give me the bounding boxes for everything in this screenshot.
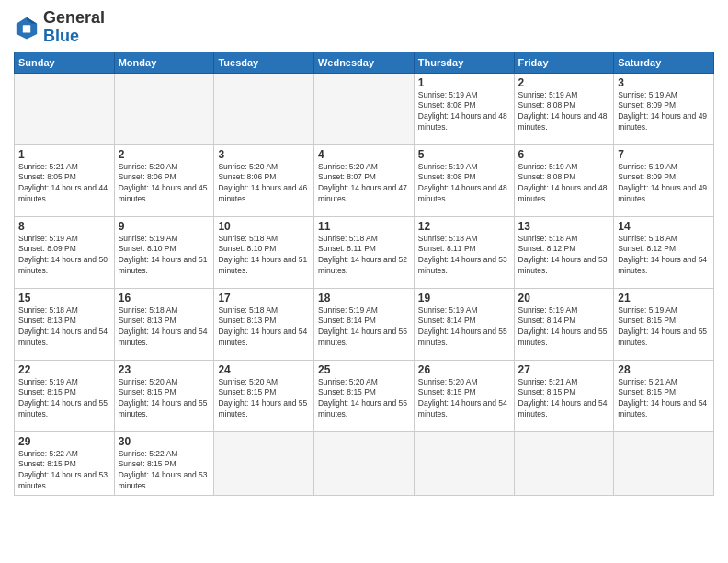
calendar-cell: 11Sunrise: 5:18 AMSunset: 8:11 PMDayligh… [314, 216, 415, 288]
day-info: Sunrise: 5:21 AMSunset: 8:15 PMDaylight:… [618, 377, 710, 421]
day-info: Sunrise: 5:19 AMSunset: 8:08 PMDaylight:… [418, 162, 510, 206]
day-info: Sunrise: 5:20 AMSunset: 8:15 PMDaylight:… [418, 377, 510, 421]
calendar-cell: 25Sunrise: 5:20 AMSunset: 8:15 PMDayligh… [314, 360, 415, 431]
day-header-friday: Friday [514, 52, 614, 73]
day-info: Sunrise: 5:20 AMSunset: 8:07 PMDaylight:… [318, 162, 410, 206]
day-header-tuesday: Tuesday [214, 52, 314, 73]
calendar-cell: 29Sunrise: 5:22 AMSunset: 8:15 PMDayligh… [15, 431, 115, 496]
calendar-cell: 24Sunrise: 5:20 AMSunset: 8:15 PMDayligh… [214, 360, 314, 431]
day-info: Sunrise: 5:20 AMSunset: 8:15 PMDaylight:… [218, 377, 310, 421]
day-number: 23 [119, 363, 210, 376]
logo-text: General Blue [43, 9, 105, 46]
day-info: Sunrise: 5:20 AMSunset: 8:15 PMDaylight:… [119, 377, 210, 421]
calendar-cell [114, 73, 214, 144]
day-info: Sunrise: 5:19 AMSunset: 8:14 PMDaylight:… [518, 305, 610, 350]
day-info: Sunrise: 5:21 AMSunset: 8:05 PMDaylight:… [18, 162, 110, 206]
week-row-5: 29Sunrise: 5:22 AMSunset: 8:15 PMDayligh… [15, 431, 714, 496]
calendar-cell: 19Sunrise: 5:19 AMSunset: 8:14 PMDayligh… [414, 288, 514, 360]
header: General Blue [14, 9, 714, 46]
calendar-cell: 27Sunrise: 5:21 AMSunset: 8:15 PMDayligh… [514, 360, 614, 431]
day-info: Sunrise: 5:22 AMSunset: 8:15 PMDaylight:… [119, 449, 210, 493]
day-info: Sunrise: 5:18 AMSunset: 8:10 PMDaylight:… [218, 234, 310, 278]
days-header-row: SundayMondayTuesdayWednesdayThursdayFrid… [15, 52, 714, 73]
week-row-2: 8Sunrise: 5:19 AMSunset: 8:09 PMDaylight… [15, 216, 714, 288]
page: General Blue SundayMondayTuesdayWednesda… [0, 0, 728, 563]
calendar-cell: 2Sunrise: 5:19 AMSunset: 8:08 PMDaylight… [514, 73, 614, 144]
calendar-cell: 17Sunrise: 5:18 AMSunset: 8:13 PMDayligh… [214, 288, 314, 360]
calendar-cell: 15Sunrise: 5:18 AMSunset: 8:13 PMDayligh… [15, 288, 115, 360]
calendar-cell [414, 431, 514, 496]
day-info: Sunrise: 5:19 AMSunset: 8:10 PMDaylight:… [119, 234, 210, 278]
day-info: Sunrise: 5:20 AMSunset: 8:06 PMDaylight:… [218, 162, 310, 206]
calendar-cell: 7Sunrise: 5:19 AMSunset: 8:09 PMDaylight… [614, 144, 714, 216]
day-number: 18 [318, 292, 410, 304]
day-number: 10 [218, 220, 310, 233]
day-number: 5 [418, 148, 510, 161]
day-number: 15 [18, 292, 110, 304]
svg-rect-2 [23, 25, 30, 32]
day-info: Sunrise: 5:18 AMSunset: 8:13 PMDaylight:… [119, 305, 210, 350]
calendar-cell: 8Sunrise: 5:19 AMSunset: 8:09 PMDaylight… [15, 216, 115, 288]
calendar-cell [314, 73, 415, 144]
day-info: Sunrise: 5:20 AMSunset: 8:06 PMDaylight:… [119, 162, 210, 206]
day-number: 21 [618, 292, 710, 304]
calendar-cell: 10Sunrise: 5:18 AMSunset: 8:10 PMDayligh… [214, 216, 314, 288]
day-info: Sunrise: 5:22 AMSunset: 8:15 PMDaylight:… [18, 449, 110, 493]
calendar-cell: 23Sunrise: 5:20 AMSunset: 8:15 PMDayligh… [114, 360, 214, 431]
day-number: 9 [119, 220, 210, 233]
calendar-cell: 28Sunrise: 5:21 AMSunset: 8:15 PMDayligh… [614, 360, 714, 431]
day-number: 3 [618, 76, 710, 89]
calendar-cell [214, 431, 314, 496]
day-info: Sunrise: 5:19 AMSunset: 8:14 PMDaylight:… [418, 305, 510, 350]
week-row-3: 15Sunrise: 5:18 AMSunset: 8:13 PMDayligh… [15, 288, 714, 360]
calendar-cell: 20Sunrise: 5:19 AMSunset: 8:14 PMDayligh… [514, 288, 614, 360]
calendar-cell [15, 73, 115, 144]
week-row-1: 1Sunrise: 5:21 AMSunset: 8:05 PMDaylight… [15, 144, 714, 216]
day-info: Sunrise: 5:18 AMSunset: 8:12 PMDaylight:… [518, 234, 610, 278]
day-number: 17 [218, 292, 310, 304]
calendar-cell: 4Sunrise: 5:20 AMSunset: 8:07 PMDaylight… [314, 144, 415, 216]
calendar-cell: 18Sunrise: 5:19 AMSunset: 8:14 PMDayligh… [314, 288, 415, 360]
day-info: Sunrise: 5:18 AMSunset: 8:13 PMDaylight:… [18, 305, 110, 350]
day-number: 1 [18, 148, 110, 161]
day-number: 26 [418, 363, 510, 376]
day-number: 11 [318, 220, 410, 233]
calendar-cell: 6Sunrise: 5:19 AMSunset: 8:08 PMDaylight… [514, 144, 614, 216]
day-info: Sunrise: 5:19 AMSunset: 8:09 PMDaylight:… [618, 90, 710, 134]
calendar-cell [214, 73, 314, 144]
day-header-monday: Monday [114, 52, 214, 73]
day-number: 8 [18, 220, 110, 233]
calendar-cell: 1Sunrise: 5:21 AMSunset: 8:05 PMDaylight… [15, 144, 115, 216]
day-info: Sunrise: 5:19 AMSunset: 8:09 PMDaylight:… [18, 234, 110, 278]
day-info: Sunrise: 5:19 AMSunset: 8:15 PMDaylight:… [18, 377, 110, 421]
day-number: 30 [119, 435, 210, 448]
day-header-saturday: Saturday [614, 52, 714, 73]
calendar-cell: 16Sunrise: 5:18 AMSunset: 8:13 PMDayligh… [114, 288, 214, 360]
day-number: 2 [119, 148, 210, 161]
day-info: Sunrise: 5:18 AMSunset: 8:11 PMDaylight:… [318, 234, 410, 278]
day-number: 22 [18, 363, 110, 376]
calendar-cell: 3Sunrise: 5:20 AMSunset: 8:06 PMDaylight… [214, 144, 314, 216]
day-info: Sunrise: 5:19 AMSunset: 8:15 PMDaylight:… [618, 305, 710, 350]
day-number: 3 [218, 148, 310, 161]
day-number: 24 [218, 363, 310, 376]
calendar-cell [314, 431, 415, 496]
calendar-cell: 14Sunrise: 5:18 AMSunset: 8:12 PMDayligh… [614, 216, 714, 288]
day-number: 13 [518, 220, 610, 233]
day-info: Sunrise: 5:20 AMSunset: 8:15 PMDaylight:… [318, 377, 410, 421]
day-number: 4 [318, 148, 410, 161]
day-number: 7 [618, 148, 710, 161]
day-number: 28 [618, 363, 710, 376]
day-header-sunday: Sunday [15, 52, 115, 73]
calendar-cell: 12Sunrise: 5:18 AMSunset: 8:11 PMDayligh… [414, 216, 514, 288]
calendar-cell: 22Sunrise: 5:19 AMSunset: 8:15 PMDayligh… [15, 360, 115, 431]
calendar-cell: 2Sunrise: 5:20 AMSunset: 8:06 PMDaylight… [114, 144, 214, 216]
day-number: 29 [18, 435, 110, 448]
day-number: 2 [518, 76, 610, 89]
calendar-cell [514, 431, 614, 496]
calendar-cell: 1Sunrise: 5:19 AMSunset: 8:08 PMDaylight… [414, 73, 514, 144]
day-info: Sunrise: 5:19 AMSunset: 8:09 PMDaylight:… [618, 162, 710, 206]
day-number: 1 [418, 76, 510, 89]
day-info: Sunrise: 5:19 AMSunset: 8:08 PMDaylight:… [518, 162, 610, 206]
calendar-cell: 5Sunrise: 5:19 AMSunset: 8:08 PMDaylight… [414, 144, 514, 216]
